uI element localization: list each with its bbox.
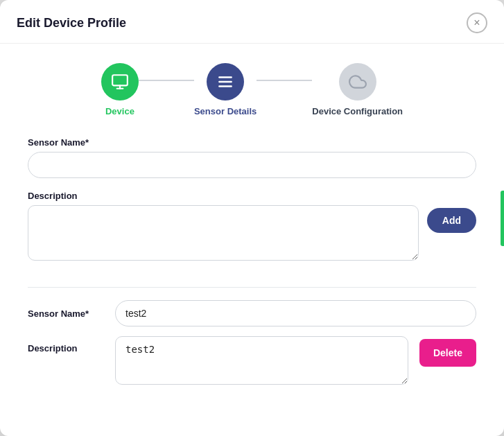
existing-sensor-entry: Sensor Name* Description test2 Delete (0, 300, 504, 385)
step-sensor-label: Sensor Details (194, 106, 257, 116)
step-sensor-details[interactable]: Sensor Details (194, 63, 257, 116)
delete-button[interactable]: Delete (419, 339, 476, 367)
modal-header: Edit Device Profile × (0, 0, 504, 44)
sensor-name-group: Sensor Name* (28, 137, 476, 178)
side-accent (501, 191, 504, 246)
step-device[interactable]: Device (101, 63, 139, 116)
add-button[interactable]: Add (427, 208, 476, 233)
step-sensor-circle (207, 63, 244, 101)
close-button[interactable]: × (467, 12, 487, 33)
step-config-label: Device Configuration (312, 106, 403, 116)
step-device-label: Device (105, 106, 134, 116)
existing-sensor-name-label: Sensor Name* (28, 308, 104, 319)
modal-title: Edit Device Profile (17, 16, 126, 30)
stepper: Device Sensor Details Device Configurati… (0, 44, 504, 130)
sensor-name-label: Sensor Name* (28, 137, 476, 148)
existing-sensor-name-input[interactable] (115, 300, 476, 326)
step-connector-2 (257, 80, 312, 81)
step-device-circle (101, 63, 139, 101)
description-group: Description Add (28, 191, 476, 261)
section-divider (28, 287, 476, 288)
existing-sensor-name-row: Sensor Name* (28, 300, 476, 326)
new-sensor-form: Sensor Name* Description Add (0, 130, 504, 287)
existing-description-textarea[interactable]: test2 (115, 336, 408, 385)
existing-description-label: Description (28, 336, 104, 354)
step-connector-1 (139, 80, 194, 81)
description-textarea[interactable] (28, 205, 419, 261)
step-device-config[interactable]: Device Configuration (312, 63, 403, 116)
modal-container: Edit Device Profile × Device (0, 0, 504, 436)
sensor-name-input[interactable] (28, 152, 476, 178)
svg-rect-0 (112, 75, 128, 85)
description-row: Add (28, 205, 476, 261)
existing-sensor-desc-row: Description test2 Delete (28, 336, 476, 385)
description-label: Description (28, 191, 476, 201)
step-config-circle (339, 63, 376, 101)
